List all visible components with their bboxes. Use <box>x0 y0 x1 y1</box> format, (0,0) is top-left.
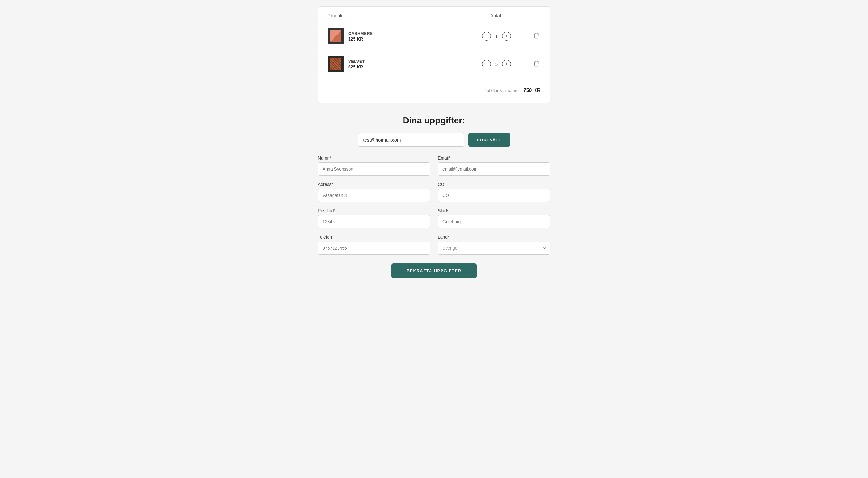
stad-group: Stad* <box>438 208 550 228</box>
stad-label: Stad* <box>438 208 550 213</box>
email-group: Email* <box>438 155 550 176</box>
telefon-group: Telefon* <box>318 235 430 255</box>
email-field[interactable] <box>438 162 550 176</box>
email-input[interactable] <box>358 133 464 147</box>
checkout-form: Dina uppgifter: FORTSÄTT Namn* Email* Ad… <box>318 116 550 278</box>
postkod-label: Postkod* <box>318 208 430 213</box>
land-group: Land* Sverige Norge Danmark Finland <box>438 235 550 255</box>
product-column-header: Produkt <box>328 13 490 18</box>
adress-field[interactable] <box>318 189 430 202</box>
product-image-cashmere <box>328 28 344 44</box>
product-price-cashmere: 125 KR <box>348 36 373 41</box>
postkod-group: Postkod* <box>318 208 430 228</box>
delete-cashmere-button[interactable] <box>532 31 540 41</box>
land-label: Land* <box>438 235 550 240</box>
form-title: Dina uppgifter: <box>403 116 465 126</box>
product-details-cashmere: CASHMERE 125 KR <box>348 31 373 41</box>
adress-label: Adress* <box>318 182 430 187</box>
qty-value-cashmere: 1 <box>494 34 499 39</box>
email-label: Email* <box>438 155 550 160</box>
cart-header: Produkt Antal <box>328 13 540 22</box>
email-row: FORTSÄTT <box>318 133 550 147</box>
cart-total: Totalt inkl. moms 750 KR <box>328 81 540 93</box>
total-value: 750 KR <box>524 88 540 93</box>
form-grid: Namn* Email* Adress* CO Postkod* Stad* <box>318 155 550 255</box>
postkod-field[interactable] <box>318 215 430 228</box>
product-name-velvet: VELVET <box>348 59 365 64</box>
qty-value-velvet: 5 <box>494 62 499 67</box>
product-image-velvet <box>328 56 344 72</box>
trash-icon <box>533 60 539 67</box>
namn-group: Namn* <box>318 155 430 176</box>
co-field[interactable] <box>438 189 550 202</box>
increase-qty-cashmere[interactable]: + <box>502 32 511 40</box>
cart-table: Produkt Antal CASHMERE 125 KR − 1 + <box>318 6 550 103</box>
fortsatt-button[interactable]: FORTSÄTT <box>468 133 510 147</box>
increase-qty-velvet[interactable]: + <box>502 60 511 68</box>
table-row: CASHMERE 125 KR − 1 + <box>328 22 540 50</box>
product-info-cashmere: CASHMERE 125 KR <box>328 28 482 44</box>
total-label: Totalt inkl. moms <box>485 88 517 93</box>
product-details-velvet: VELVET 625 KR <box>348 59 365 69</box>
land-select[interactable]: Sverige Norge Danmark Finland <box>438 241 550 255</box>
trash-icon <box>533 32 539 39</box>
decrease-qty-cashmere[interactable]: − <box>482 32 491 40</box>
co-group: CO <box>438 182 550 202</box>
adress-group: Adress* <box>318 182 430 202</box>
confirm-button[interactable]: BEKRÄFTA UPPGIFTER <box>391 264 476 278</box>
namn-field[interactable] <box>318 162 430 176</box>
product-price-velvet: 625 KR <box>348 64 365 69</box>
telefon-label: Telefon* <box>318 235 430 240</box>
namn-label: Namn* <box>318 155 430 160</box>
co-label: CO <box>438 182 550 187</box>
product-name-cashmere: CASHMERE <box>348 31 373 36</box>
decrease-qty-velvet[interactable]: − <box>482 60 491 68</box>
telefon-field[interactable] <box>318 241 430 255</box>
product-info-velvet: VELVET 625 KR <box>328 56 482 72</box>
stad-field[interactable] <box>438 215 550 228</box>
delete-velvet-button[interactable] <box>532 59 540 69</box>
table-row: VELVET 625 KR − 5 + <box>328 50 540 78</box>
quantity-controls-velvet: − 5 + <box>482 60 523 68</box>
quantity-controls-cashmere: − 1 + <box>482 32 523 40</box>
antal-column-header: Antal <box>490 13 540 18</box>
